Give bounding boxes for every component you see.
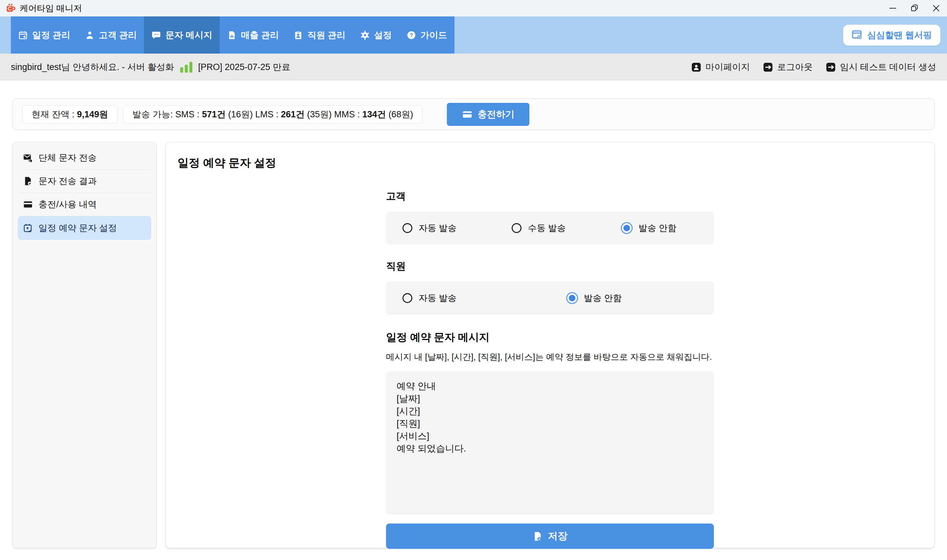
greeting-text: singbird_test님 안녕하세요. - 서버 활성화 [11, 61, 174, 73]
save-button[interactable]: 저장 [386, 523, 714, 549]
chat-bubble-icon [151, 30, 161, 40]
tab-label: 가이드 [420, 29, 447, 41]
app-logo-icon: C [5, 3, 16, 14]
radio-customer-auto[interactable]: 자동 발송 [386, 222, 495, 234]
main-row: 단체 문자 전송 문자 전송 결과 충전/사용 내역 [12, 142, 935, 548]
radio-customer-manual[interactable]: 수동 발송 [495, 222, 604, 234]
customer-section-label: 고객 [386, 190, 714, 203]
tab-label: 문자 메시지 [165, 29, 212, 41]
tab-schedule[interactable]: 일정 관리 [11, 17, 78, 54]
sms-count: 571건 [202, 108, 226, 120]
sales-report-icon [227, 30, 237, 40]
status-right: 마이페이지 로그아웃 임시 테스트 데이터 생성 [691, 61, 936, 73]
content-panel: 일정 예약 문자 설정 고객 자동 발송 수동 발송 발송 안함 직원 [165, 142, 935, 548]
license-text: [PRO] 2025-07-25 만료 [198, 61, 291, 73]
current-balance-box: 현재 잔액 : 9,149원 [22, 105, 118, 123]
lms-cost: (35원) MMS : [305, 108, 362, 120]
sidebar-item-label: 문자 전송 결과 [38, 175, 97, 187]
mypage-label: 마이페이지 [705, 61, 750, 73]
sidebar-item-charge-history[interactable]: 충전/사용 내역 [18, 193, 151, 216]
message-sidebar: 단체 문자 전송 문자 전송 결과 충전/사용 내역 [12, 142, 157, 548]
app-title: 케어타임 매니저 [20, 3, 82, 14]
tab-label: 설정 [374, 29, 392, 41]
radio-circle[interactable] [402, 223, 412, 233]
maximize-button[interactable] [904, 0, 925, 17]
window-controls [882, 0, 947, 17]
tab-staff[interactable]: 직원 관리 [286, 17, 353, 54]
svg-text:?: ? [410, 32, 413, 38]
staff-radio-group: 자동 발송 발송 안함 [386, 282, 714, 314]
send-capacity-box: 발송 가능: SMS : 571건 (16원) LMS : 261건 (35원)… [123, 105, 423, 123]
radio-label: 발송 안함 [639, 222, 677, 234]
person-icon [85, 30, 95, 40]
tab-sales[interactable]: 매출 관리 [220, 17, 286, 54]
message-section-title: 일정 예약 문자 메시지 [386, 330, 714, 345]
radio-customer-none[interactable]: 발송 안함 [605, 222, 714, 234]
help-icon: ? [407, 30, 416, 40]
message-template-textarea[interactable]: 예약 안내 [날짜] [시간] [직원] [서비스] 예약 되었습니다. [386, 371, 714, 514]
tab-label: 매출 관리 [241, 29, 279, 41]
mms-cost: (68원) [386, 108, 413, 120]
web-surfing-label: 심심할땐 웹서핑 [867, 29, 932, 41]
current-balance-value: 9,149원 [77, 108, 108, 120]
title-bar: C 케어타임 매니저 [0, 0, 947, 17]
logout-label: 로그아웃 [777, 61, 813, 73]
charge-button[interactable]: 충전하기 [447, 103, 530, 126]
radio-circle[interactable] [402, 293, 412, 303]
save-document-icon [532, 531, 543, 542]
nav-tabstrip: 일정 관리 고객 관리 문자 메시지 매출 관리 [11, 17, 454, 54]
calendar-star-icon [23, 223, 33, 233]
signal-bars-icon [180, 62, 192, 72]
tab-label: 고객 관리 [99, 29, 137, 41]
sidebar-item-schedule-sms-settings[interactable]: 일정 예약 문자 설정 [18, 216, 151, 240]
radio-circle[interactable] [512, 223, 522, 233]
message-section-description: 메시지 내 [날짜], [시간], [직원], [서비스]는 예약 정보를 바탕… [386, 351, 714, 363]
balance-card: 현재 잔액 : 9,149원 발송 가능: SMS : 571건 (16원) L… [12, 98, 935, 130]
tab-messages[interactable]: 문자 메시지 [144, 17, 220, 54]
credit-card-icon [23, 200, 33, 209]
customer-radio-group: 자동 발송 수동 발송 발송 안함 [386, 212, 714, 245]
tab-guide[interactable]: ? 가이드 [399, 17, 454, 54]
generate-test-data-link[interactable]: 임시 테스트 데이터 생성 [826, 61, 936, 73]
minimize-icon [888, 3, 898, 13]
restore-icon [910, 3, 919, 13]
page-title: 일정 예약 문자 설정 [177, 155, 923, 171]
mypage-person-icon [691, 62, 701, 72]
send-prefix: 발송 가능: SMS : [132, 108, 202, 120]
gear-icon [360, 30, 370, 40]
lms-count: 261건 [281, 108, 305, 120]
charge-button-label: 충전하기 [477, 108, 514, 121]
logout-link[interactable]: 로그아웃 [763, 61, 813, 73]
radio-circle[interactable] [567, 293, 577, 303]
sidebar-item-sms-results[interactable]: 문자 전송 결과 [18, 169, 151, 192]
svg-text:C: C [8, 6, 12, 11]
sms-cost: (16원) LMS : [226, 108, 281, 120]
settings-form: 고객 자동 발송 수동 발송 발송 안함 직원 자 [386, 190, 714, 549]
generate-test-data-label: 임시 테스트 데이터 생성 [840, 61, 936, 73]
mms-count: 134건 [362, 108, 386, 120]
status-left: singbird_test님 안녕하세요. - 서버 활성화 [PRO] 202… [11, 61, 290, 73]
browser-globe-icon [852, 29, 863, 41]
tab-label: 직원 관리 [308, 29, 346, 41]
envelope-send-icon [23, 153, 33, 163]
radio-staff-none[interactable]: 발송 안함 [550, 292, 714, 304]
radio-staff-auto[interactable]: 자동 발송 [386, 292, 550, 304]
radio-circle[interactable] [622, 223, 632, 233]
minimize-button[interactable] [882, 0, 904, 17]
save-button-label: 저장 [548, 529, 568, 543]
tab-customers[interactable]: 고객 관리 [78, 17, 144, 54]
calendar-icon [18, 30, 28, 40]
main-nav: 일정 관리 고객 관리 문자 메시지 매출 관리 [0, 17, 947, 54]
generate-data-icon [826, 62, 836, 72]
sidebar-item-bulk-sms[interactable]: 단체 문자 전송 [18, 146, 151, 169]
radio-label: 발송 안함 [584, 292, 622, 304]
close-button[interactable] [925, 0, 947, 17]
logout-icon [763, 62, 773, 72]
mypage-link[interactable]: 마이페이지 [691, 61, 750, 73]
sidebar-item-label: 일정 예약 문자 설정 [38, 222, 117, 234]
tab-label: 일정 관리 [32, 29, 70, 41]
web-surfing-button[interactable]: 심심할땐 웹서핑 [843, 25, 941, 46]
tab-settings[interactable]: 설정 [353, 17, 399, 54]
current-balance-label: 현재 잔액 : [32, 108, 77, 120]
id-badge-icon [293, 30, 303, 40]
